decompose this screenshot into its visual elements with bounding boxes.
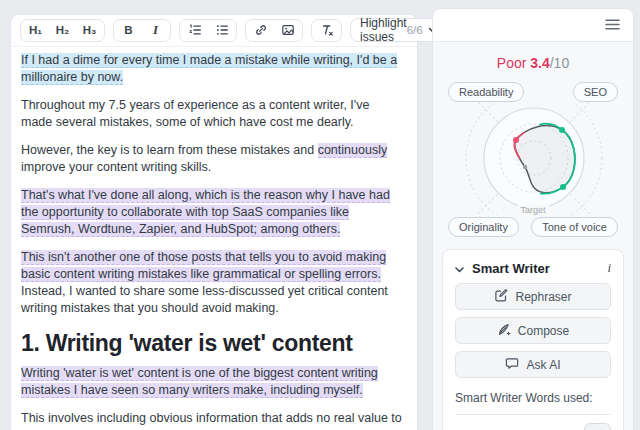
text-segment: However, the key is to learn from these … [21,143,318,157]
rephraser-button[interactable]: Rephraser [455,283,611,310]
editor-paragraph: This isn't another one of those posts th… [21,249,404,317]
text-segment: This involves including obvious informat… [21,411,402,430]
score-radar-chart: Target [433,103,633,215]
ordered-list-button[interactable] [181,21,208,40]
format-buttons-group: B I [113,19,171,42]
readability-pill[interactable]: Readability [448,82,524,102]
bold-button[interactable]: B [115,21,142,40]
highlighted-text-purple[interactable]: This isn't another one of those posts th… [21,250,386,282]
chevron-down-icon [455,261,464,276]
highlight-issues-label: Highlight issues [360,16,407,44]
words-counter-row: 0/2,000 + [455,423,611,430]
unordered-list-icon [215,23,229,37]
editor-paragraph: This involves including obvious informat… [21,410,404,430]
highlighted-text-blue[interactable]: If I had a dime for every time I made a … [21,53,397,85]
editor-paragraph: Throughout my 7.5 years of experience as… [21,97,404,131]
link-button[interactable] [247,21,274,40]
compose-label: Compose [518,324,569,338]
text-segment: improve your content writing skills. [21,160,211,174]
editor-paragraph: That's what I've done all along, which i… [21,187,404,238]
link-icon [254,23,268,37]
image-icon [281,23,295,37]
tone-of-voice-pill[interactable]: Tone of voice [531,217,618,237]
pencil-square-icon [494,288,508,305]
seo-point [559,127,565,133]
h2-button[interactable]: H₂ [49,21,76,40]
seo-pill[interactable]: SEO [573,82,618,102]
editor-heading: 1. Writing 'water is wet' content [21,328,404,358]
editor-content[interactable]: If I had a dime for every time I made a … [11,47,417,430]
readability-point [513,137,519,143]
smart-writer-card: Smart Writer i Rephraser Compose Ask AI … [442,249,624,430]
originality-point [523,165,527,169]
h1-button[interactable]: H₁ [22,21,49,40]
editor-paragraph: Writing 'water is wet' content is one of… [21,365,404,399]
heading-buttons-group: H₁ H₂ H₃ [20,19,105,42]
originality-pill[interactable]: Originality [448,217,519,237]
ask-ai-label: Ask AI [526,358,560,372]
assistant-panel-header [433,9,633,42]
smart-writer-title: Smart Writer [472,261,550,276]
content-score: Poor 3.4/10 [433,55,633,71]
radar-top-labels: Readability SEO [433,82,633,102]
image-button[interactable] [274,21,301,40]
smart-writer-header[interactable]: Smart Writer i [455,260,611,276]
tone-of-voice-point [560,184,566,190]
editor-paragraph: However, the key is to learn from these … [21,142,404,176]
assistant-panel: Poor 3.4/10 Readability SEO Target Or [432,8,634,430]
radar-target-label: Target [516,205,549,215]
pen-icon [497,322,511,339]
ask-ai-button[interactable]: Ask AI [455,351,611,378]
text-segment: Throughout my 7.5 years of experience as… [21,98,369,129]
unordered-list-button[interactable] [208,21,235,40]
score-rating-label: Poor [497,55,527,71]
radar-bottom-labels: Originality Tone of voice [433,217,633,237]
list-buttons-group [179,19,237,42]
highlighted-text-purple[interactable]: continuously [318,143,388,158]
editor-panel: H₁ H₂ H₃ B I [10,14,418,430]
clear-formatting-button[interactable] [313,21,340,40]
highlighted-text-purple[interactable]: That's what I've done all along, which i… [21,188,390,237]
info-icon[interactable]: i [607,260,611,276]
score-value: 3.4 [530,55,549,71]
add-words-button[interactable]: + [584,423,611,430]
text-segment: 1. Writing 'water is wet' content [21,330,353,356]
menu-icon[interactable] [605,16,620,34]
ordered-list-icon [188,23,202,37]
clear-format-group [311,19,342,42]
chat-bubble-icon [505,356,519,373]
editor-toolbar: H₁ H₂ H₃ B I [11,15,417,47]
rephraser-label: Rephraser [515,290,571,304]
highlight-issues-count: 6/6 [407,24,423,36]
radar-chart-svg [439,103,629,215]
text-segment: Instead, I wanted to share some less-dis… [21,284,388,315]
italic-button[interactable]: I [142,21,169,40]
words-used-label: Smart Writer Words used: [455,391,611,405]
editor-paragraph: If I had a dime for every time I made a … [21,52,404,86]
insert-buttons-group [245,19,303,42]
divider [455,414,611,415]
score-max: /10 [550,55,569,71]
h3-button[interactable]: H₃ [76,21,103,40]
compose-button[interactable]: Compose [455,317,611,344]
highlighted-text-purple[interactable]: Writing 'water is wet' content is one of… [21,366,378,398]
clear-formatting-icon [320,23,334,37]
